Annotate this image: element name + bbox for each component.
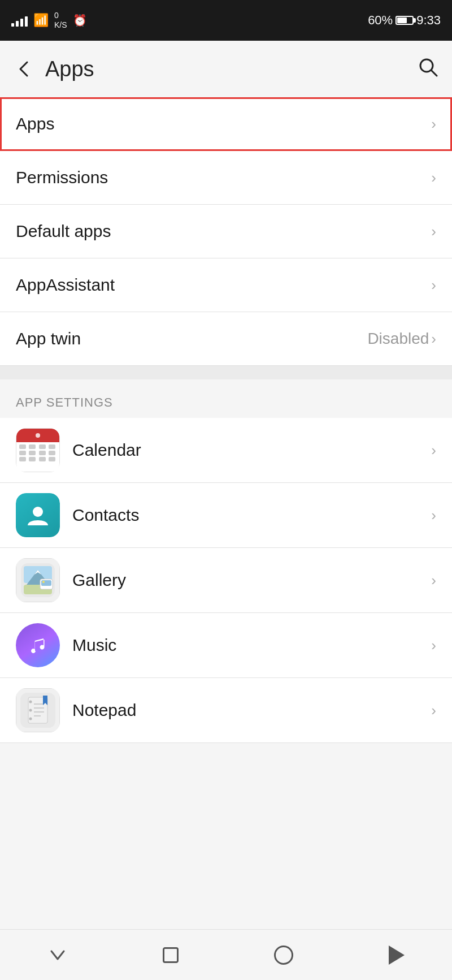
app-settings-label: APP SETTINGS: [16, 395, 113, 409]
app-settings-list: Calendar › Contacts ›: [0, 418, 452, 743]
svg-point-15: [29, 718, 32, 720]
notepad-chevron-icon: ›: [431, 702, 436, 719]
appassistant-chevron-icon: ›: [431, 277, 436, 294]
page-title: Apps: [45, 57, 94, 81]
section-separator: [0, 366, 452, 379]
search-icon: [417, 56, 438, 77]
app-settings-section-header: APP SETTINGS: [0, 379, 452, 418]
permissions-chevron-icon: ›: [431, 169, 436, 187]
data-speed: 0 K/S: [54, 11, 67, 30]
menu-item-apps-label: Apps: [16, 114, 54, 133]
nav-circle-icon: [274, 946, 293, 965]
status-left: 📶 0 K/S ⏰: [11, 11, 87, 30]
apps-chevron-icon: ›: [431, 115, 436, 133]
nav-circle-button[interactable]: [257, 940, 310, 970]
back-arrow-icon: [14, 59, 34, 79]
notepad-label: Notepad: [72, 701, 136, 720]
person-icon: [25, 503, 50, 528]
bottom-nav: [0, 929, 452, 980]
menu-list: Apps › Permissions › Default apps › AppA…: [0, 97, 452, 366]
app-item-music[interactable]: Music ›: [0, 613, 452, 678]
nav-back-button[interactable]: [372, 940, 421, 970]
menu-item-app-twin-label: App twin: [16, 329, 81, 348]
page-header: Apps: [0, 41, 452, 97]
battery-percent-label: 60%: [368, 13, 393, 28]
time-label: 9:33: [416, 13, 441, 28]
app-item-gallery[interactable]: Gallery ›: [0, 548, 452, 613]
calendar-label: Calendar: [72, 441, 141, 460]
svg-line-1: [431, 70, 437, 76]
menu-item-permissions[interactable]: Permissions ›: [0, 151, 452, 205]
menu-item-appassistant-label: AppAssistant: [16, 275, 115, 295]
gallery-chevron-icon: ›: [431, 572, 436, 589]
contacts-label: Contacts: [72, 506, 139, 525]
nav-home-button[interactable]: [146, 942, 195, 969]
status-right: 60% 9:33: [368, 13, 441, 28]
app-item-calendar[interactable]: Calendar ›: [0, 418, 452, 483]
nav-down-button[interactable]: [31, 940, 84, 970]
app-item-notepad[interactable]: Notepad ›: [0, 678, 452, 743]
notepad-icon-svg: [20, 693, 55, 728]
battery-icon: [395, 16, 414, 25]
svg-point-10: [42, 581, 45, 583]
svg-point-2: [33, 507, 43, 517]
calendar-chevron-icon: ›: [431, 442, 436, 459]
signal-icon: [11, 14, 28, 27]
gallery-icon-svg: [21, 563, 55, 597]
menu-item-default-apps[interactable]: Default apps ›: [0, 205, 452, 258]
app-item-contacts[interactable]: Contacts ›: [0, 483, 452, 548]
menu-item-default-apps-label: Default apps: [16, 222, 111, 241]
app-twin-value: Disabled: [367, 330, 429, 348]
music-app-icon: [16, 623, 60, 667]
status-bar: 📶 0 K/S ⏰ 60% 9:33: [0, 0, 452, 41]
contacts-app-icon: [16, 493, 60, 537]
gallery-app-icon: [16, 558, 60, 602]
music-note-icon: [25, 633, 50, 658]
menu-item-app-twin[interactable]: App twin Disabled ›: [0, 312, 452, 366]
music-label: Music: [72, 636, 116, 655]
back-button[interactable]: [14, 59, 34, 79]
wifi-icon: 📶: [33, 13, 49, 28]
notepad-app-icon: [16, 688, 60, 732]
menu-item-apps[interactable]: Apps ›: [0, 97, 452, 151]
contacts-chevron-icon: ›: [431, 507, 436, 524]
content-spacer: [0, 743, 452, 929]
menu-item-appassistant[interactable]: AppAssistant ›: [0, 258, 452, 312]
svg-point-13: [29, 701, 32, 703]
default-apps-chevron-icon: ›: [431, 223, 436, 240]
alarm-icon: ⏰: [73, 14, 87, 27]
calendar-app-icon: [16, 428, 60, 472]
nav-square-icon: [163, 947, 179, 963]
nav-down-icon: [48, 946, 67, 965]
svg-point-14: [29, 709, 32, 712]
menu-item-permissions-label: Permissions: [16, 168, 108, 187]
nav-back-icon: [389, 946, 405, 965]
gallery-label: Gallery: [72, 571, 126, 590]
search-button[interactable]: [417, 56, 438, 82]
app-twin-chevron-icon: ›: [431, 330, 436, 348]
music-chevron-icon: ›: [431, 637, 436, 654]
